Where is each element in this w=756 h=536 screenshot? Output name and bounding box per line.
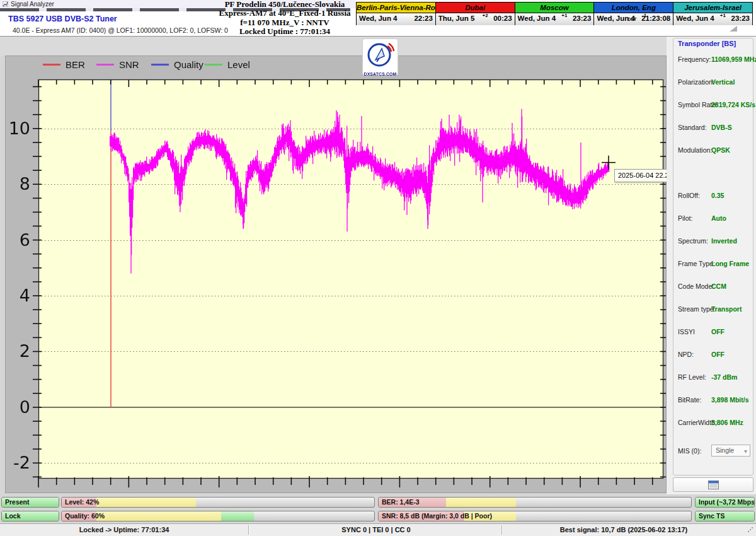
lock-indicator: Lock (1, 511, 59, 521)
tab-bar: BS ModeDT ModeSignal Mon.TSA (OK)AV Play… (0, 37, 667, 55)
legend-line-swatch (151, 64, 169, 66)
transponder-row: Stream type:Transport (678, 305, 750, 315)
dxsatcs-logo: DXSATCS.COM (362, 38, 398, 76)
status-bar: Locked -> Uptime: 77:01:34 SYNC 0 | TEI … (0, 523, 756, 536)
legend-label: Quality (174, 59, 203, 70)
satellite-dish-icon (367, 41, 394, 69)
transponder-row: BitRate:3,898 Mbit/s (678, 396, 750, 406)
bar-label: Level: 42% (65, 498, 99, 507)
station-info-line: PF Prodelin 450/Lučenec-Slovakia (213, 0, 357, 9)
legend-item-level: Level (205, 59, 250, 69)
sync-status: SYNC 0 | TEI 0 | CC 0 (341, 526, 410, 533)
legend-item-ber: BER (43, 59, 85, 69)
clock-value: Wed, Jun 4+123:23 (673, 13, 752, 25)
clock-cell: Berlin-Paris-Vienna-RomaWed, Jun 422:23 (356, 2, 436, 25)
legend-item-snr: SNR (96, 59, 139, 69)
transponder-row: Symbol Rate:2819,724 KS/s (678, 101, 750, 111)
corner-grip-icon (730, 26, 737, 32)
resize-grip[interactable] (747, 527, 753, 533)
legend-line-swatch (43, 64, 60, 66)
transponder-row: RF Level:-37 dBm (678, 373, 750, 383)
bar-label: Input (~3,72 Mbps) (699, 498, 755, 507)
transponder-row: Pilot:Auto (678, 214, 750, 224)
table-icon (708, 481, 719, 489)
clock-cell: MoscowWed, Jun 4+123:23 (515, 2, 595, 25)
statusbar-divider (501, 525, 503, 535)
chart-panel (5, 55, 667, 493)
transponder-row: Polarization:Vertical (678, 78, 750, 88)
clock-value: Thu, Jun 5+200:23 (436, 13, 515, 25)
transponder-row: Spectrum:Inverted (678, 237, 750, 247)
chevron-down-icon: ▾ (744, 446, 747, 457)
station-info-line: Locked Uptime : 77:01:34 (213, 27, 357, 36)
bar-label: Quality: 60% (65, 511, 105, 521)
clock-city: Berlin-Paris-Vienna-Roma (357, 3, 435, 13)
snr-bar: SNR: 8,5 dB (Margin: 3,0 dB | Poor) (378, 511, 692, 521)
station-info-line: f=11 070 MHz_V : NNTV (213, 18, 357, 27)
transponder-row: Standard:DVB-S (678, 124, 750, 134)
clock-cell: Jerusalem-IsraelWed, Jun 4+123:23 (673, 2, 753, 25)
legend-line-swatch (205, 64, 222, 66)
signal-plot[interactable] (6, 56, 666, 492)
level-bar: Level: 42% (61, 497, 375, 508)
sync-ts-indicator: Sync TS (695, 511, 755, 521)
legend-label: Level (227, 59, 250, 70)
transponder-row: Modulation:QPSK (678, 146, 750, 156)
transponder-title: Transponder [BS] (678, 40, 736, 47)
legend-line-swatch (96, 64, 114, 66)
statusbar-divider (248, 525, 249, 535)
bar-segment-yellow (96, 498, 197, 507)
transponder-row: Code Mode:CCM (678, 283, 750, 293)
app-icon (3, 1, 8, 7)
window-title: Signal Analyzer (11, 1, 54, 8)
tuner-name: TBS 5927 USB DVB-S2 Tuner (8, 15, 117, 23)
bar-label: BER: 1,4E-3 (382, 498, 420, 507)
transponder-row: Frequency:11069,959 MHz (678, 55, 750, 66)
clock-city: Jerusalem-Israel (673, 3, 752, 13)
transponder-row: CarrierWidth:3,806 MHz (678, 419, 750, 429)
clock-value: Wed, Jun 4+123:23 (515, 13, 594, 25)
transport-stream-button[interactable] (673, 477, 753, 492)
clock-city: London, Eng (594, 3, 673, 13)
bar-label: Present (5, 498, 30, 507)
transponder-row: Frame Type:Long Frame (678, 260, 750, 270)
bar-segment-yellow (446, 498, 517, 507)
transponder-groupbox: Transponder [BS] Frequency:11069,959 MHz… (673, 38, 753, 475)
bar-segment-yellow (96, 511, 221, 521)
uptime-status: Locked -> Uptime: 77:01:34 (79, 526, 169, 533)
transponder-row: RollOff:0.35 (678, 192, 750, 202)
clock-value: Wed, Jun 422:23 (357, 13, 435, 25)
clock-value: Wed, Jun 4-1DST21:23:08 (594, 13, 673, 25)
best-signal-status: Best signal: 10,7 dB (2025-06-02 13:17) (560, 526, 687, 533)
input-indicator: Input (~3,72 Mbps) (695, 497, 755, 508)
bar-segment-green (221, 511, 254, 521)
bar-label: Lock (5, 511, 21, 521)
mis-label: MIS (0): (678, 447, 701, 455)
present-indicator: Present (1, 497, 59, 508)
transponder-row: NPD:OFF (678, 351, 750, 361)
logo-text: DXSATCS.COM (363, 72, 398, 76)
transponder-row: ISSYIOFF (678, 328, 750, 338)
station-info-line: Express-AM7 at 40°E_Fixed-1 Russia (213, 9, 357, 18)
signal-analyzer-window: Signal Analyzer TBS 5927 USB DVB-S2 Tune… (0, 0, 756, 536)
legend-label: SNR (119, 59, 139, 70)
clock-city: Moscow (515, 3, 594, 13)
transponder-row (678, 169, 750, 179)
tuner-detail: 40.0E - Express AM7 (ID: 0400) @ LOF1: 1… (13, 26, 228, 34)
clock-cell: London, EngWed, Jun 4-1DST21:23:08 (593, 2, 673, 25)
world-clocks: Berlin-Paris-Vienna-RomaWed, Jun 422:23D… (356, 2, 755, 25)
header: Signal Analyzer TBS 5927 USB DVB-S2 Tune… (0, 0, 756, 36)
legend-item-quality: Quality (151, 59, 203, 69)
ber-bar: BER: 1,4E-3 (378, 497, 692, 508)
legend-label: BER (66, 59, 85, 70)
clock-cell: DubaiThu, Jun 5+200:23 (435, 2, 515, 25)
station-info: PF Prodelin 450/Lučenec-Slovakia Express… (213, 0, 357, 37)
mis-dropdown[interactable]: Single ▾ (711, 445, 750, 457)
mis-value: Single (716, 446, 734, 454)
bar-label: SNR: 8,5 dB (Margin: 3,0 dB | Poor) (382, 511, 492, 521)
quality-bar: Quality: 60% (61, 511, 375, 521)
right-panel: Transponder [BS] Frequency:11069,959 MHz… (667, 37, 756, 494)
clock-city: Dubai (436, 3, 515, 13)
bar-label: Sync TS (699, 511, 724, 521)
